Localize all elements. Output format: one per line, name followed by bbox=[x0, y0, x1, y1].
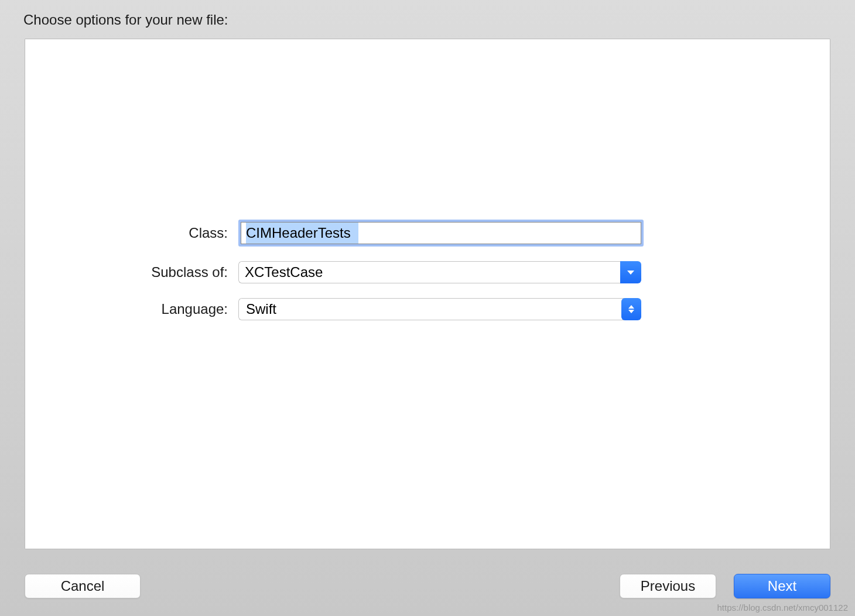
subclass-dropdown-button[interactable] bbox=[620, 261, 641, 283]
subclass-row: Subclass of: bbox=[25, 261, 830, 283]
language-display: Swift bbox=[238, 298, 625, 320]
class-row: Class: bbox=[25, 220, 830, 247]
cancel-button[interactable]: Cancel bbox=[25, 574, 141, 598]
footer-buttons: Cancel Previous Next bbox=[25, 574, 830, 598]
language-stepper-button[interactable] bbox=[621, 298, 641, 320]
form-area: Class: Subclass of: Language: bbox=[25, 220, 830, 320]
language-select[interactable]: Swift bbox=[238, 298, 641, 320]
class-input[interactable] bbox=[241, 222, 641, 244]
watermark: https://blog.csdn.net/xmcy001122 bbox=[717, 603, 848, 612]
footer-right-buttons: Previous Next bbox=[620, 574, 830, 598]
chevron-down-icon bbox=[627, 271, 634, 275]
chevron-down-icon bbox=[628, 310, 634, 313]
chevron-up-icon bbox=[628, 305, 634, 309]
next-button[interactable]: Next bbox=[734, 574, 830, 598]
class-input-focus-ring bbox=[238, 220, 644, 247]
new-file-dialog: Choose options for your new file: Class:… bbox=[0, 0, 855, 616]
content-panel: Class: Subclass of: Language: bbox=[25, 39, 830, 549]
previous-button[interactable]: Previous bbox=[620, 574, 716, 598]
dialog-title: Choose options for your new file: bbox=[23, 12, 830, 28]
class-label: Class: bbox=[25, 225, 228, 241]
subclass-input[interactable] bbox=[238, 261, 620, 283]
subclass-combobox[interactable] bbox=[238, 261, 641, 283]
language-row: Language: Swift bbox=[25, 298, 830, 320]
subclass-label: Subclass of: bbox=[25, 264, 228, 280]
language-label: Language: bbox=[25, 301, 228, 317]
